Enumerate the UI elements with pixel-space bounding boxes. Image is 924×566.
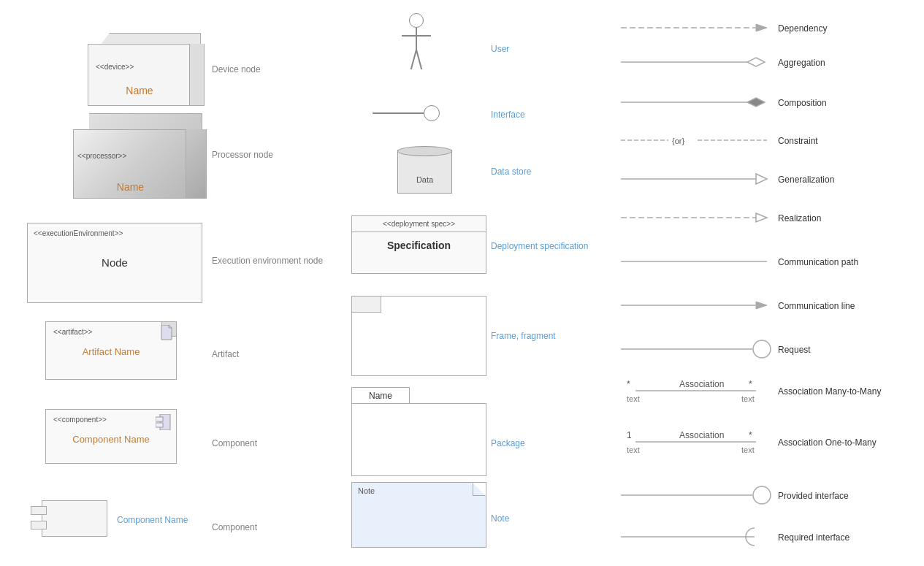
frame-corner — [352, 297, 381, 313]
exec-env-name: Node — [28, 256, 202, 269]
assoc-mm-from-mult: * — [627, 379, 630, 389]
assoc-mm-to-text: text — [741, 394, 755, 403]
artifact-file-icon — [160, 325, 173, 341]
component2-label: Component — [212, 522, 257, 532]
assoc-om-label: Association One-to-Many — [778, 437, 877, 448]
svg-rect-1 — [156, 417, 163, 421]
component1-name: Component Name — [46, 434, 176, 445]
package-tab: Name — [351, 387, 410, 403]
realization-label: Realization — [778, 213, 821, 223]
component1-label: Component — [212, 438, 257, 448]
processor-node: <<processor>> Name — [73, 113, 208, 197]
dependency-label: Dependency — [778, 23, 827, 34]
stick-leg-left — [416, 50, 422, 69]
proc-side-face — [186, 129, 207, 199]
exec-env-label: Execution environment node — [212, 256, 323, 266]
component-box: <<component>> Component Name — [45, 409, 177, 464]
deploy-spec-name: Specification — [352, 232, 486, 259]
proc-label: Processor node — [212, 150, 273, 160]
aggregation-diamond — [747, 58, 765, 66]
component-simple — [27, 497, 107, 540]
comp-tab2 — [31, 521, 47, 529]
cylinder-top — [397, 146, 452, 156]
interface-label: Interface — [491, 110, 525, 120]
provided-iface-circle — [753, 486, 771, 504]
svg-rect-0 — [160, 414, 170, 430]
device-node-label: Device node — [212, 64, 261, 74]
dependency-arrow — [756, 24, 767, 31]
assoc-om-to-mult: * — [749, 430, 752, 440]
user-figure — [394, 13, 438, 86]
generalization-arrow — [756, 174, 767, 184]
assoc-om-from-text: text — [627, 445, 640, 454]
deploy-spec: <<deployment spec>> Specification — [351, 215, 486, 274]
note-box: Note — [351, 482, 486, 548]
svg-rect-2 — [156, 423, 163, 427]
frame-label: Frame, fragment — [491, 331, 556, 341]
assoc-om-from-mult: 1 — [627, 430, 632, 440]
package-label: Package — [491, 438, 525, 448]
request-circle — [753, 340, 771, 358]
package-box — [351, 403, 486, 476]
stick-body — [416, 28, 417, 50]
device-stereotype: <<device>> — [96, 63, 134, 71]
provided-iface-label: Provided interface — [778, 491, 849, 501]
request-label: Request — [778, 345, 811, 355]
proc-name: Name — [74, 181, 187, 193]
deploy-spec-stereotype: <<deployment spec>> — [352, 216, 486, 232]
note-label: Note — [352, 483, 486, 499]
interface-lollipop — [373, 102, 460, 124]
required-iface-label: Required interface — [778, 532, 849, 543]
proc-box: <<processor>> Name — [73, 129, 186, 199]
frame-box — [351, 296, 486, 376]
artifact-name: Artifact Name — [46, 346, 176, 357]
comp-main-rect — [42, 500, 107, 537]
note-label: Note — [491, 513, 509, 524]
device-box: <<device>> Name — [88, 44, 190, 106]
package-wrapper: Name — [351, 403, 486, 476]
assoc-om-to-text: text — [741, 445, 755, 454]
component-icon — [156, 414, 172, 430]
composition-diamond — [747, 98, 765, 107]
note-corner-fold — [473, 483, 486, 496]
package-name: Name — [369, 391, 392, 401]
assoc-mm-middle: Association — [679, 379, 724, 389]
assoc-mm-to-mult: * — [749, 379, 752, 389]
constraint-or-text: {or} — [672, 137, 684, 145]
artifact-label: Artifact — [212, 349, 239, 359]
assoc-mm-from-text: text — [627, 394, 640, 403]
comm-line-label: Communication line — [778, 301, 855, 311]
data-store-label: Data store — [491, 167, 531, 177]
assoc-om-middle: Association — [679, 430, 724, 440]
constraint-label: Constraint — [778, 136, 818, 146]
user-label: User — [491, 44, 509, 54]
stick-head — [409, 13, 424, 28]
deploy-spec-label: Deployment specification — [491, 241, 588, 251]
composition-label: Composition — [778, 98, 827, 108]
connectors-svg: Dependency Aggregation Composition {or} … — [614, 0, 920, 566]
cylinder-text: Data — [398, 175, 451, 184]
lollipop-circle — [424, 105, 440, 121]
data-store: Data — [397, 142, 452, 197]
realization-arrow — [756, 213, 767, 222]
artifact-box: <<artifact>> Artifact Name — [45, 321, 177, 380]
lollipop-line — [373, 112, 424, 114]
exec-env-node: <<executionEnvironment>> Node — [27, 223, 202, 303]
comm-path-label: Communication path — [778, 257, 858, 267]
comp-tab1 — [31, 506, 47, 515]
device-node: <<device>> Name — [88, 33, 205, 106]
stick-arms — [402, 35, 431, 37]
component2-name: Component Name — [117, 515, 188, 525]
proc-stereotype: <<processor>> — [77, 152, 126, 160]
comm-line-arrow — [756, 302, 767, 309]
assoc-mm-label: Association Many-to-Many — [778, 386, 881, 397]
generalization-label: Generalization — [778, 175, 834, 185]
artifact-stereotype: <<artifact>> — [46, 322, 176, 342]
cylinder-body: Data — [397, 150, 452, 194]
exec-env-stereotype: <<executionEnvironment>> — [34, 229, 123, 237]
stick-leg-right — [411, 50, 417, 69]
device-name: Name — [88, 85, 191, 96]
aggregation-label: Aggregation — [778, 58, 825, 68]
device-side-face — [190, 44, 205, 106]
